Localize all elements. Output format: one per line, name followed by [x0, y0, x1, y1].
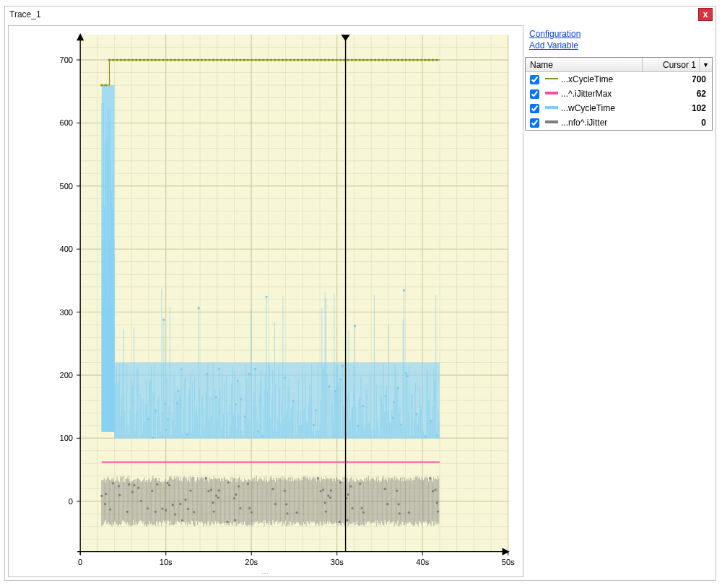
svg-point-391 [392, 417, 393, 418]
svg-point-229 [244, 416, 245, 417]
svg-point-165 [186, 434, 188, 435]
svg-text:30s: 30s [331, 558, 344, 566]
svg-text:300: 300 [59, 308, 73, 317]
svg-point-1013 [320, 58, 322, 61]
svg-point-274 [284, 377, 285, 378]
header-cursor[interactable]: Cursor 1 [643, 58, 699, 71]
header-name[interactable]: Name [526, 58, 643, 71]
svg-point-354 [357, 425, 358, 426]
horizontal-scroll-hint[interactable]: ⋯ [52, 571, 479, 575]
svg-point-200 [218, 368, 219, 369]
svg-point-966 [139, 58, 142, 61]
svg-point-234 [248, 373, 250, 374]
svg-text:0: 0 [69, 497, 73, 506]
variable-checkbox[interactable] [530, 75, 539, 84]
svg-point-409 [405, 372, 406, 374]
svg-point-975 [174, 58, 176, 61]
links: Configuration Add Variable [525, 25, 713, 54]
side-pane: Configuration Add Variable Name Cursor 1… [525, 25, 713, 577]
svg-point-965 [135, 58, 137, 61]
svg-point-142 [167, 418, 168, 420]
svg-point-117 [147, 418, 149, 419]
svg-point-1005 [290, 58, 292, 61]
svg-point-1015 [328, 58, 330, 61]
svg-point-961 [120, 58, 122, 61]
variable-row[interactable]: ...xCycleTime700 [526, 72, 712, 87]
svg-point-135 [163, 319, 165, 320]
variable-name: ...xCycleTime [561, 74, 656, 84]
svg-point-974 [170, 58, 172, 61]
svg-text:0: 0 [78, 558, 82, 566]
svg-point-984 [209, 58, 211, 61]
svg-point-196 [215, 396, 217, 398]
svg-point-958 [108, 58, 110, 61]
svg-point-186 [206, 373, 207, 374]
svg-point-337 [342, 365, 343, 367]
svg-point-962 [123, 58, 126, 61]
variable-row[interactable]: ...wCycleTime102 [526, 101, 712, 115]
svg-point-1025 [366, 58, 368, 61]
variable-row[interactable]: ...^.iJitterMax62 [526, 87, 712, 101]
svg-point-411 [406, 375, 408, 377]
svg-point-994 [247, 58, 249, 61]
svg-point-1002 [278, 58, 280, 61]
svg-point-977 [181, 58, 183, 61]
svg-point-137 [164, 403, 165, 404]
svg-point-1031 [389, 58, 391, 61]
svg-point-976 [178, 58, 180, 61]
column-dropdown-button[interactable]: ▼ [699, 58, 712, 71]
svg-point-1039 [420, 58, 422, 61]
variable-row[interactable]: ...nfo^.iJitter0 [526, 115, 712, 130]
variable-cursor-value: 0 [656, 118, 709, 128]
svg-point-956 [100, 84, 103, 86]
add-variable-link[interactable]: Add Variable [529, 40, 708, 51]
svg-point-1041 [428, 58, 430, 61]
configuration-link[interactable]: Configuration [529, 28, 708, 40]
svg-point-981 [197, 58, 199, 61]
svg-text:200: 200 [59, 371, 73, 379]
svg-text:20s: 20s [245, 558, 258, 566]
variable-checkbox[interactable] [530, 118, 539, 128]
svg-point-983 [204, 58, 206, 61]
variable-checkbox[interactable] [530, 89, 539, 99]
svg-point-998 [262, 58, 264, 61]
variable-cursor-value: 62 [656, 89, 709, 99]
window-title: Trace_1 [9, 9, 41, 19]
svg-text:100: 100 [59, 434, 73, 442]
variable-name: ...nfo^.iJitter [561, 118, 656, 128]
svg-point-122 [152, 436, 153, 438]
svg-point-1007 [297, 58, 299, 61]
svg-point-421 [415, 413, 417, 415]
svg-point-1003 [282, 58, 284, 61]
svg-point-1033 [397, 58, 399, 61]
svg-point-1032 [393, 58, 396, 61]
svg-point-1035 [405, 58, 407, 61]
plot-pane[interactable]: 0100200300400500600700010s20s30s40s50s ⋯ [8, 25, 523, 577]
svg-point-402 [400, 424, 401, 425]
svg-point-1009 [305, 58, 307, 61]
svg-point-1029 [382, 58, 384, 61]
svg-point-1020 [347, 58, 349, 61]
svg-point-328 [334, 390, 336, 392]
svg-point-988 [224, 58, 226, 61]
svg-point-1017 [336, 58, 338, 61]
svg-point-972 [162, 58, 165, 61]
svg-text:40s: 40s [416, 558, 429, 566]
titlebar: Trace_1 x [5, 6, 716, 22]
svg-point-241 [254, 368, 256, 369]
svg-point-1040 [424, 58, 426, 61]
chevron-down-icon: ▼ [703, 61, 709, 69]
svg-point-398 [397, 387, 399, 388]
svg-point-220 [237, 380, 238, 382]
svg-point-973 [166, 58, 168, 61]
svg-point-1014 [324, 58, 326, 61]
svg-point-993 [243, 58, 245, 61]
close-button[interactable]: x [698, 8, 713, 21]
svg-point-158 [180, 369, 182, 370]
svg-point-969 [151, 58, 153, 61]
variable-checkbox[interactable] [530, 104, 539, 113]
svg-point-1023 [359, 58, 361, 61]
svg-point-1008 [301, 58, 303, 61]
plot-svg[interactable]: 0100200300400500600700010s20s30s40s50s [22, 29, 520, 572]
svg-point-250 [261, 435, 263, 436]
